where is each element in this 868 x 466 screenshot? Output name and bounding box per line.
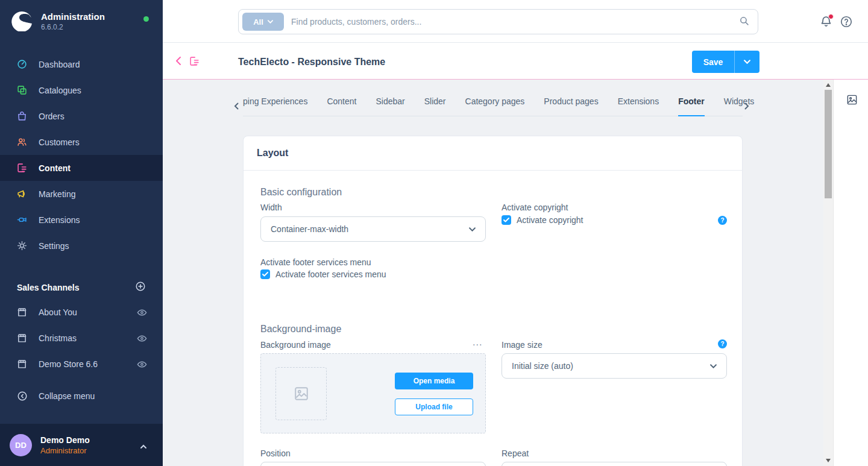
main-navigation: Dashboard Catalogues Orders — [0, 51, 163, 259]
sales-channel-demo-store[interactable]: Demo Store 6.6 — [0, 351, 163, 377]
checkbox-label: Activate footer services menu — [275, 269, 386, 279]
search-scope-dropdown[interactable]: All — [242, 13, 284, 31]
tab-shopping-experiences[interactable]: ping Experiences — [243, 96, 307, 116]
tab-product-pages[interactable]: Product pages — [544, 96, 598, 116]
tab-content[interactable]: Content — [327, 96, 356, 116]
background-image-title: Background-image — [260, 324, 341, 335]
tab-extensions[interactable]: Extensions — [618, 96, 659, 116]
tabs-scroll-left-button[interactable] — [234, 101, 239, 112]
collapse-menu-button[interactable]: Collapse menu — [17, 391, 95, 401]
tab-slider[interactable]: Slider — [424, 96, 446, 116]
global-search: All — [238, 9, 758, 34]
sales-channels-title: Sales Channels — [17, 283, 80, 292]
bag-icon — [17, 111, 27, 121]
theme-preview-image-icon[interactable] — [846, 94, 858, 108]
footer-services-label: Activate footer services menu — [260, 257, 371, 267]
activate-copyright-checkbox[interactable]: Activate copyright — [502, 215, 583, 225]
tab-footer[interactable]: Footer — [678, 96, 705, 116]
storefront-icon — [17, 307, 27, 317]
save-button[interactable]: Save — [692, 51, 734, 73]
width-label: Width — [260, 203, 282, 212]
chevron-right-icon — [744, 102, 749, 110]
sidebar-item-dashboard[interactable]: Dashboard — [0, 51, 163, 77]
sidebar-item-label: Settings — [39, 241, 69, 251]
app-logo-row: Administration 6.6.0.2 — [11, 10, 105, 31]
image-size-help-icon[interactable]: ? — [718, 339, 727, 348]
megaphone-icon — [17, 189, 27, 199]
sidebar-item-extensions[interactable]: Extensions — [0, 207, 163, 233]
copyright-help-icon[interactable]: ? — [718, 216, 727, 225]
save-options-button[interactable] — [734, 51, 760, 73]
help-button[interactable] — [840, 15, 853, 28]
sales-channel-label: Christmas — [39, 333, 77, 343]
position-label: Position — [260, 449, 291, 458]
sales-channel-christmas[interactable]: Christmas — [0, 325, 163, 351]
sidebar-item-catalogues[interactable]: Catalogues — [0, 77, 163, 103]
chevron-down-icon — [744, 60, 750, 64]
collapse-menu-label: Collapse menu — [39, 391, 95, 401]
sidebar-item-marketing[interactable]: Marketing — [0, 181, 163, 207]
position-select[interactable] — [260, 462, 486, 466]
divider — [244, 170, 742, 171]
preview-panel — [833, 80, 868, 466]
tab-sidebar[interactable]: Sidebar — [376, 96, 404, 116]
users-icon — [17, 137, 27, 147]
main-content: ping Experiences Content Sidebar Slider … — [163, 80, 823, 466]
image-size-select[interactable]: Initial size (auto) — [502, 353, 727, 379]
catalog-icon — [17, 85, 27, 95]
upload-file-button[interactable]: Upload file — [395, 398, 473, 415]
cms-icon — [17, 163, 27, 173]
add-sales-channel-button[interactable] — [135, 281, 146, 294]
chevron-up-icon — [140, 441, 147, 452]
activate-copyright-label: Activate copyright — [502, 203, 568, 212]
scroll-down-arrow[interactable] — [826, 459, 831, 462]
vertical-scrollbar[interactable] — [823, 80, 833, 466]
scrollbar-thumb[interactable] — [825, 90, 832, 198]
topbar: All — [163, 0, 868, 43]
eye-icon[interactable] — [137, 359, 147, 371]
eye-icon[interactable] — [137, 333, 147, 345]
context-menu-button[interactable]: ... — [473, 340, 482, 345]
notifications-button[interactable] — [820, 15, 833, 28]
tab-category-pages[interactable]: Category pages — [465, 96, 525, 116]
tabs-scroll-right-button[interactable] — [744, 101, 749, 112]
sales-channel-label: About You — [39, 307, 77, 317]
media-upload-zone[interactable]: Open media Upload file — [260, 353, 486, 433]
sidebar: Administration 6.6.0.2 Dashboard Catalog… — [0, 0, 163, 466]
media-preview-placeholder — [275, 367, 327, 420]
sidebar-item-content[interactable]: Content — [0, 155, 163, 181]
sidebar-item-label: Content — [39, 163, 71, 173]
sidebar-item-label: Catalogues — [39, 86, 81, 95]
width-select[interactable]: Container-max-width — [260, 216, 486, 242]
footer-services-checkbox[interactable]: Activate footer services menu — [260, 269, 386, 279]
theme-tabs: ping Experiences Content Sidebar Slider … — [243, 96, 743, 116]
user-name: Demo Demo — [40, 435, 90, 445]
admin-app: Administration 6.6.0.2 Dashboard Catalog… — [0, 0, 868, 466]
sales-channel-about-you[interactable]: About You — [0, 299, 163, 325]
notification-badge — [828, 14, 834, 19]
sidebar-item-label: Orders — [39, 112, 64, 121]
storefront-icon — [17, 333, 27, 343]
back-button[interactable] — [175, 56, 182, 68]
app-version: 6.6.0.2 — [41, 23, 105, 31]
sidebar-item-settings[interactable]: Settings — [0, 233, 163, 259]
sidebar-item-orders[interactable]: Orders — [0, 103, 163, 129]
image-size-label: Image size — [502, 340, 542, 350]
tab-widgets[interactable]: Widgets — [724, 96, 755, 116]
sidebar-item-label: Extensions — [39, 215, 80, 225]
sales-channel-list: About You Christmas — [0, 299, 163, 377]
collapse-circle-icon — [17, 391, 28, 401]
chevron-left-icon — [175, 56, 182, 66]
repeat-select[interactable] — [502, 462, 727, 466]
scroll-up-arrow[interactable] — [826, 83, 831, 87]
search-input[interactable] — [291, 17, 739, 27]
checkbox-label: Activate copyright — [517, 215, 583, 225]
layout-card: Layout Basic configuration Width Contain… — [243, 136, 743, 466]
sidebar-item-customers[interactable]: Customers — [0, 129, 163, 155]
eye-icon[interactable] — [137, 307, 147, 320]
user-menu[interactable]: DD Demo Demo Administrator — [0, 424, 163, 466]
shopware-logo-icon — [11, 10, 33, 31]
open-media-button[interactable]: Open media — [395, 373, 473, 389]
smartbar: TechElecto - Responsive Theme Save — [163, 43, 868, 80]
search-icon[interactable] — [739, 16, 749, 28]
